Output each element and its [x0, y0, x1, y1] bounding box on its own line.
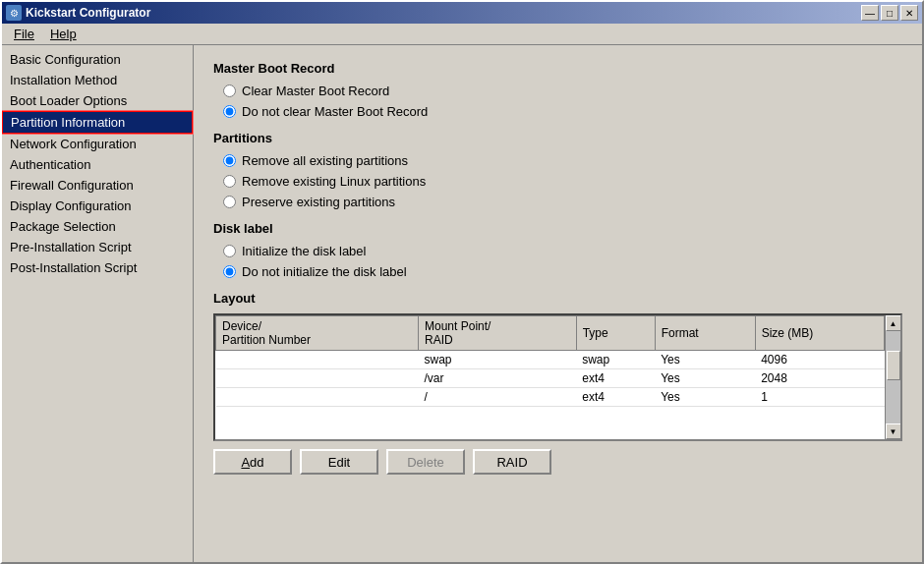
sidebar-item-installation-method[interactable]: Installation Method: [2, 70, 193, 90]
menu-bar: File Help: [2, 24, 922, 45]
radio-remove-all[interactable]: Remove all existing partitions: [223, 153, 902, 168]
col-size: Size (MB): [755, 316, 884, 351]
close-button[interactable]: ✕: [900, 5, 918, 21]
col-mount: Mount Point/RAID: [419, 316, 577, 351]
radio-do-not-clear-mbr[interactable]: Do not clear Master Boot Record: [223, 104, 902, 119]
main-window: ⚙ Kickstart Configurator — □ ✕ File Help…: [0, 0, 924, 564]
disk-label-radio-group: Initialize the disk label Do not initial…: [223, 244, 902, 279]
maximize-button[interactable]: □: [881, 5, 898, 21]
radio-init-disk-label[interactable]: Initialize the disk label: [223, 244, 902, 258]
cell-format: Yes: [655, 351, 755, 369]
cell-type: swap: [576, 351, 655, 369]
table-row[interactable]: swap swap Yes 4096: [216, 351, 885, 369]
cell-mount: /var: [419, 369, 577, 388]
scrollbar-up-btn[interactable]: ▲: [886, 315, 901, 331]
app-icon: ⚙: [6, 5, 22, 21]
cell-mount: /: [419, 388, 577, 407]
sidebar-item-firewall-configuration[interactable]: Firewall Configuration: [2, 175, 193, 196]
sidebar-item-partition-information[interactable]: Partition Information: [2, 111, 193, 134]
cell-size: 4096: [755, 351, 884, 369]
sidebar-item-post-installation-script[interactable]: Post-Installation Script: [2, 257, 193, 278]
raid-button[interactable]: RAID: [473, 449, 551, 475]
cell-format: Yes: [655, 369, 755, 388]
radio-preserve[interactable]: Preserve existing partitions: [223, 195, 902, 209]
radio-clear-mbr[interactable]: Clear Master Boot Record: [223, 84, 902, 98]
title-bar: ⚙ Kickstart Configurator — □ ✕: [2, 2, 922, 24]
scrollbar-track: [886, 331, 900, 423]
window-title: Kickstart Configurator: [26, 6, 150, 20]
layout-section: Layout Device/Partition Number Mount Poi…: [213, 291, 902, 475]
title-bar-left: ⚙ Kickstart Configurator: [6, 5, 150, 21]
partition-table-container: Device/Partition Number Mount Point/RAID…: [213, 313, 902, 441]
menu-help[interactable]: Help: [42, 25, 85, 43]
main-panel: Master Boot Record Clear Master Boot Rec…: [194, 45, 922, 562]
title-bar-buttons: — □ ✕: [861, 5, 918, 21]
disk-label-section-title: Disk label: [213, 221, 902, 236]
table-scrollbar: ▲ ▼: [885, 315, 900, 439]
cell-device: [216, 388, 419, 407]
partition-table: Device/Partition Number Mount Point/RAID…: [215, 315, 885, 407]
cell-device: [216, 369, 419, 388]
cell-type: ext4: [576, 369, 655, 388]
sidebar-item-authentication[interactable]: Authentication: [2, 154, 193, 175]
layout-section-title: Layout: [213, 291, 902, 306]
sidebar-item-package-selection[interactable]: Package Selection: [2, 216, 193, 237]
cell-format: Yes: [655, 388, 755, 407]
content-area: Basic Configuration Installation Method …: [2, 45, 922, 562]
sidebar-item-pre-installation-script[interactable]: Pre-Installation Script: [2, 237, 193, 257]
sidebar-item-basic-configuration[interactable]: Basic Configuration: [2, 49, 193, 70]
table-row[interactable]: / ext4 Yes 1: [216, 388, 885, 407]
cell-mount: swap: [419, 351, 577, 369]
delete-button[interactable]: Delete: [386, 449, 465, 475]
partition-buttons: Add Edit Delete RAID: [213, 449, 902, 475]
mbr-section-title: Master Boot Record: [213, 61, 902, 76]
sidebar-item-display-configuration[interactable]: Display Configuration: [2, 196, 193, 216]
col-format: Format: [655, 316, 755, 351]
radio-do-not-init-disk-label[interactable]: Do not initialize the disk label: [223, 264, 902, 279]
sidebar-item-boot-loader-options[interactable]: Boot Loader Options: [2, 90, 193, 111]
table-scroll-area[interactable]: Device/Partition Number Mount Point/RAID…: [215, 315, 885, 439]
col-type: Type: [576, 316, 655, 351]
col-device: Device/Partition Number: [216, 316, 419, 351]
edit-button[interactable]: Edit: [300, 449, 378, 475]
scrollbar-thumb[interactable]: [887, 351, 900, 380]
menu-file[interactable]: File: [6, 25, 42, 43]
scrollbar-down-btn[interactable]: ▼: [886, 423, 901, 439]
cell-device: [216, 351, 419, 369]
cell-size: 2048: [755, 369, 884, 388]
mbr-radio-group: Clear Master Boot Record Do not clear Ma…: [223, 84, 902, 119]
table-row[interactable]: /var ext4 Yes 2048: [216, 369, 885, 388]
minimize-button[interactable]: —: [861, 5, 879, 21]
sidebar: Basic Configuration Installation Method …: [2, 45, 194, 562]
partitions-section-title: Partitions: [213, 131, 902, 145]
cell-size: 1: [755, 388, 884, 407]
partitions-radio-group: Remove all existing partitions Remove ex…: [223, 153, 902, 209]
sidebar-item-network-configuration[interactable]: Network Configuration: [2, 134, 193, 154]
radio-remove-linux[interactable]: Remove existing Linux partitions: [223, 174, 902, 189]
add-button[interactable]: Add: [213, 449, 292, 475]
cell-type: ext4: [576, 388, 655, 407]
